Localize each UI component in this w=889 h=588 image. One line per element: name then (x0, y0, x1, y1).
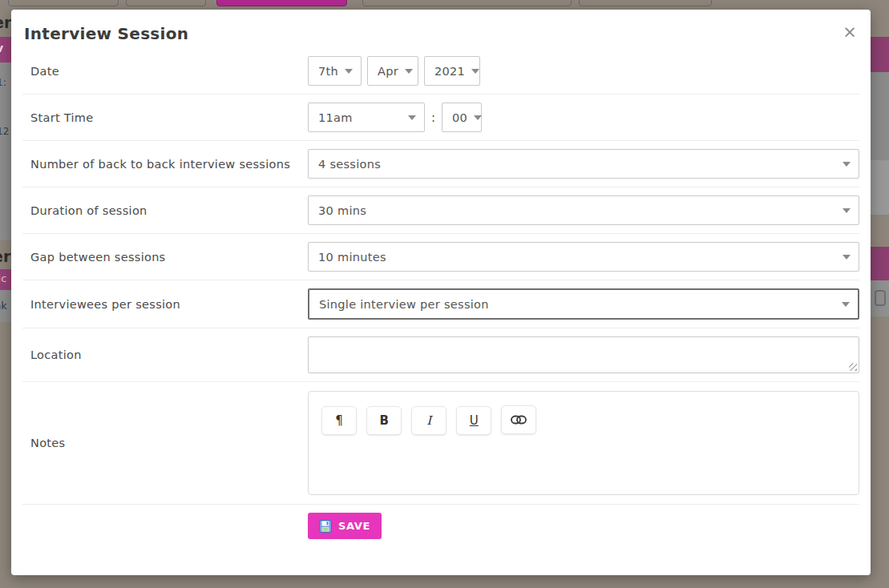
backdrop-text: er (0, 14, 11, 31)
interviewees-label: Interviewees per session (30, 298, 308, 311)
backdrop-text: er (0, 248, 10, 265)
interviewees-value: Single interview per session (319, 298, 489, 311)
backdrop-text: /1: (0, 77, 6, 88)
backdrop-left-strip: er rv /1: /12 er lic nk (0, 0, 12, 588)
date-controls: 7th Apr 2021 (308, 56, 859, 86)
notes-row: Notes ¶ B I U (22, 382, 859, 505)
location-input[interactable] (308, 336, 859, 373)
date-day-value: 7th (318, 65, 338, 78)
duration-select[interactable]: 30 mins (308, 195, 859, 225)
gap-value: 10 minutes (318, 251, 386, 264)
date-month-select[interactable]: Apr (367, 56, 418, 86)
backdrop-text: /12 (0, 126, 9, 137)
start-time-controls: 11am : 00 (308, 103, 859, 132)
notes-toolbar: ¶ B I U (321, 405, 859, 435)
date-label: Date (30, 65, 308, 78)
start-minute-select[interactable]: 00 (442, 103, 482, 132)
time-separator: : (431, 111, 435, 125)
paragraph-button[interactable]: ¶ (321, 406, 357, 435)
gap-row: Gap between sessions 10 minutes (22, 234, 859, 280)
location-label: Location (30, 348, 308, 361)
start-minute-value: 00 (452, 111, 467, 124)
save-button-label: SAVE (338, 520, 370, 532)
start-hour-select[interactable]: 11am (308, 103, 425, 132)
backdrop-right-strip (871, 0, 889, 588)
interview-session-modal: Interview Session × Date 7th Apr 2021 St… (11, 10, 871, 575)
backdrop-text: rv (0, 42, 3, 54)
backdrop-pill (871, 37, 889, 72)
date-year-select[interactable]: 2021 (424, 56, 480, 86)
sessions-label: Number of back to back interview session… (30, 158, 308, 171)
chevron-down-icon (843, 255, 851, 260)
duration-label: Duration of session (30, 204, 308, 217)
start-time-label: Start Time (30, 111, 308, 124)
notes-label: Notes (30, 437, 308, 449)
backdrop-tab (579, 0, 712, 6)
interviewees-row: Interviewees per session Single intervie… (22, 280, 859, 328)
chevron-down-icon (842, 302, 850, 307)
backdrop-table (0, 62, 12, 240)
backdrop-button (875, 290, 886, 306)
backdrop-tab (362, 0, 572, 6)
chevron-down-icon (843, 208, 851, 213)
interviewees-select[interactable]: Single interview per session (308, 288, 859, 320)
start-time-row: Start Time 11am : 00 (22, 95, 859, 141)
gap-label: Gap between sessions (30, 251, 308, 264)
date-row: Date 7th Apr 2021 (22, 48, 859, 95)
gap-select[interactable]: 10 minutes (308, 242, 859, 272)
close-icon[interactable]: × (838, 21, 861, 43)
backdrop-text: nk (0, 300, 7, 312)
location-row: Location (22, 328, 859, 382)
floppy-disk-icon (319, 520, 332, 533)
bold-button[interactable]: B (366, 406, 402, 435)
underline-button[interactable]: U (456, 406, 491, 435)
chevron-down-icon (471, 69, 479, 74)
sessions-select[interactable]: 4 sessions (308, 149, 859, 179)
link-icon (511, 415, 527, 425)
modal-header: Interview Session × (11, 10, 871, 48)
duration-value: 30 mins (318, 204, 366, 217)
date-year-value: 2021 (434, 65, 465, 78)
chevron-down-icon (474, 115, 482, 120)
duration-row: Duration of session 30 mins (22, 187, 859, 234)
backdrop-tab-active (216, 0, 347, 6)
date-day-select[interactable]: 7th (308, 56, 362, 86)
link-button[interactable] (501, 405, 536, 434)
modal-title: Interview Session (24, 24, 188, 43)
resize-grip-icon[interactable] (849, 363, 857, 371)
sessions-value: 4 sessions (318, 158, 381, 171)
chevron-down-icon (408, 115, 416, 120)
save-row: SAVE (22, 505, 859, 551)
chevron-down-icon (405, 69, 413, 74)
backdrop-pill (871, 247, 889, 280)
backdrop-text: lic (0, 272, 6, 284)
backdrop-tab (126, 0, 206, 6)
italic-button[interactable]: I (411, 406, 447, 435)
sessions-row: Number of back to back interview session… (22, 141, 859, 187)
date-month-value: Apr (378, 65, 398, 78)
chevron-down-icon (345, 69, 353, 74)
backdrop-table (871, 72, 889, 160)
backdrop-tab (8, 0, 119, 6)
backdrop-table (871, 160, 889, 215)
chevron-down-icon (843, 162, 851, 167)
save-button[interactable]: SAVE (308, 513, 382, 539)
start-hour-value: 11am (318, 111, 353, 124)
notes-editor[interactable]: ¶ B I U (308, 391, 859, 495)
